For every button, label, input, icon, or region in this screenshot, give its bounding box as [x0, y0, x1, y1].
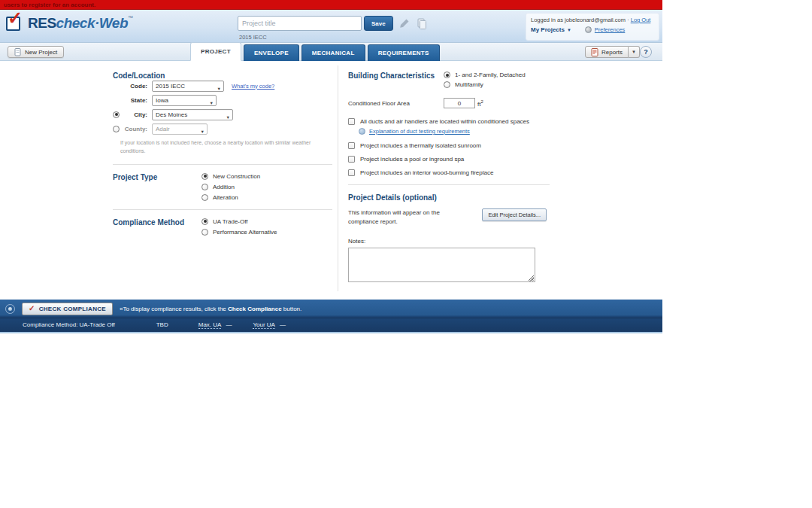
- copy-icon[interactable]: [416, 17, 428, 29]
- top-alert-banner: users to register for an account.: [0, 0, 662, 10]
- footer-toggle-icon[interactable]: [5, 304, 15, 314]
- ua-tradeoff-radio[interactable]: [201, 218, 208, 225]
- reports-label: Reports: [601, 49, 623, 56]
- save-button[interactable]: Save: [364, 16, 393, 31]
- max-ua-label: Max. UA: [198, 321, 222, 329]
- footer-tbd: TBD: [156, 321, 168, 328]
- state-select[interactable]: Iowa▼: [152, 95, 217, 106]
- edit-icon[interactable]: [398, 17, 411, 29]
- checkbox-label: All ducts and air handlers are located w…: [360, 118, 529, 125]
- logo-trademark: ™: [128, 15, 133, 20]
- code-location-column: Code/Location Code: 2015 IECC▼ What's my…: [113, 71, 332, 236]
- fireplace-checkbox-row: Project includes an interior wood-burnin…: [348, 169, 574, 176]
- divider: [348, 184, 550, 185]
- rescheck-logo[interactable]: ✓ REScheck·Web™: [6, 14, 133, 32]
- header-code-label: 2015 IECC: [239, 34, 267, 41]
- project-details-heading: Project Details (optional): [348, 193, 574, 202]
- chevron-down-icon: ▼: [210, 99, 214, 106]
- performance-alternative-radio[interactable]: [201, 229, 208, 236]
- log-out-link[interactable]: Log Out: [631, 17, 651, 23]
- column-divider: [338, 65, 338, 291]
- fireplace-checkbox[interactable]: [348, 169, 355, 176]
- check-compliance-label: CHECK COMPLIANCE: [39, 306, 106, 312]
- sunroom-checkbox[interactable]: [348, 142, 355, 149]
- edit-project-details-button[interactable]: Edit Project Details...: [482, 208, 547, 221]
- chevron-down-icon: ▼: [217, 84, 221, 92]
- tab-mechanical[interactable]: MECHANICAL: [301, 44, 365, 61]
- reports-button[interactable]: Reports: [585, 46, 629, 58]
- reports-dropdown-button[interactable]: ▼: [629, 46, 640, 58]
- city-label: City:: [120, 111, 147, 118]
- duct-testing-link[interactable]: Explanation of duct testing requirements: [369, 128, 470, 135]
- divider: [113, 209, 332, 210]
- addition-radio[interactable]: [201, 184, 208, 190]
- multifamily-radio[interactable]: [444, 81, 450, 88]
- county-label: County:: [120, 126, 147, 132]
- banner-text: users to register for an account.: [0, 0, 662, 10]
- building-characteristics-section: Building Characteristics 1- and 2-Family…: [348, 71, 574, 88]
- new-construction-radio[interactable]: [201, 173, 208, 180]
- login-separator: ·: [627, 17, 629, 23]
- your-ua-label: Your UA: [253, 321, 275, 329]
- pool-checkbox[interactable]: [348, 156, 355, 163]
- whats-my-code-link[interactable]: What's my code?: [232, 83, 274, 90]
- option-label: UA Trade-Off: [213, 218, 248, 225]
- city-radio[interactable]: [113, 111, 120, 118]
- state-row: State: Iowa▼: [113, 94, 332, 106]
- tab-project[interactable]: PROJECT: [190, 42, 241, 61]
- project-details-row: This information will appear on the comp…: [348, 208, 547, 227]
- tabs: PROJECT ENVELOPE MECHANICAL REQUIREMENTS: [190, 43, 440, 61]
- notes-label: Notes:: [348, 238, 574, 245]
- location-note: If your location is not included here, c…: [120, 139, 326, 156]
- check-compliance-button[interactable]: ✓ CHECK COMPLIANCE: [22, 303, 113, 315]
- max-ua-value: —: [226, 321, 232, 328]
- main-content: Code/Location Code: 2015 IECC▼ What's my…: [0, 61, 662, 300]
- alteration-radio[interactable]: [201, 194, 208, 201]
- tab-requirements[interactable]: REQUIREMENTS: [368, 44, 440, 61]
- login-panel: Logged in as jobeleonard@gmail.com · Log…: [526, 13, 659, 41]
- help-button[interactable]: ?: [640, 46, 652, 58]
- state-label: State:: [120, 97, 147, 104]
- conditioned-floor-area-row: Conditioned Floor Area ft2: [348, 98, 574, 108]
- building-characteristics-heading: Building Characteristics: [348, 71, 439, 80]
- preferences-gear-icon: [585, 26, 592, 33]
- city-select[interactable]: Des Moines▼: [152, 109, 233, 120]
- tab-envelope[interactable]: ENVELOPE: [244, 44, 299, 61]
- new-project-button[interactable]: New Project: [8, 46, 64, 58]
- new-page-icon: [14, 48, 22, 56]
- floor-area-unit: ft2: [477, 99, 483, 108]
- county-select[interactable]: Adair▼: [152, 123, 208, 135]
- code-select[interactable]: 2015 IECC▼: [152, 81, 224, 92]
- report-icon: [591, 48, 598, 56]
- checkbox-label: Project includes an interior wood-burnin…: [360, 169, 493, 176]
- county-radio[interactable]: [113, 126, 120, 132]
- footer-row-2: Compliance Method: UA-Trade Off TBD Max.…: [0, 318, 662, 331]
- notes-wrap: [348, 248, 535, 285]
- check-icon: ✓: [29, 305, 35, 312]
- compliance-method-heading: Compliance Method: [113, 218, 201, 227]
- your-ua-value: —: [280, 321, 286, 328]
- my-projects-menu[interactable]: My Projects: [531, 26, 565, 33]
- floor-area-input[interactable]: [444, 98, 475, 108]
- code-location-heading: Code/Location: [113, 71, 332, 80]
- chevron-down-icon: ▼: [201, 127, 205, 135]
- rescheck-web-app: users to register for an account. ✓ RESc…: [0, 0, 662, 333]
- checkbox-label: Project includes a pool or inground spa: [360, 156, 464, 163]
- preferences-link[interactable]: Preferences: [595, 26, 625, 33]
- family-detached-radio[interactable]: [444, 71, 450, 78]
- option-label: Multifamily: [455, 81, 483, 88]
- help-icon: ?: [644, 48, 648, 56]
- notes-textarea[interactable]: [348, 248, 535, 282]
- ducts-checkbox-row: All ducts and air handlers are located w…: [348, 118, 574, 125]
- ducts-checkbox[interactable]: [348, 118, 355, 125]
- compliance-footer: ✓ CHECK COMPLIANCE «To display complianc…: [0, 300, 662, 333]
- logged-in-text: Logged in as jobeleonard@gmail.com: [531, 17, 626, 23]
- project-title-input[interactable]: [238, 16, 362, 31]
- duct-testing-row: Explanation of duct testing requirements: [359, 128, 574, 135]
- reports-group: Reports ▼: [585, 46, 640, 58]
- compliance-method-section: Compliance Method UA Trade-Off Performan…: [113, 218, 332, 236]
- option-label: Alteration: [213, 194, 238, 201]
- project-type-section: Project Type New Construction Addition A…: [113, 173, 332, 201]
- sunroom-checkbox-row: Project includes a thermally isolated su…: [348, 142, 574, 149]
- divider: [113, 164, 332, 165]
